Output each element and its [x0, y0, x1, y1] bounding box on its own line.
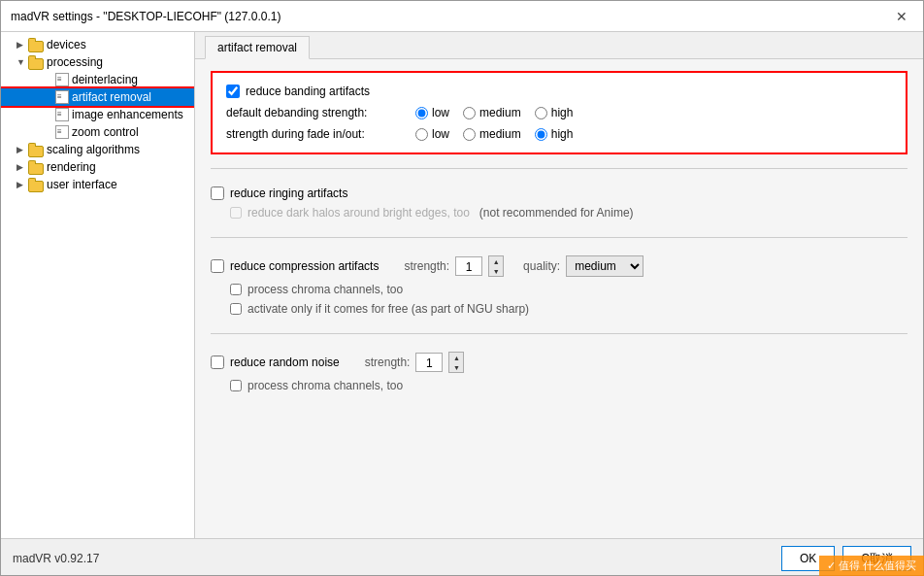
titlebar: madVR settings - "DESKTOP-LIECOHF" (127.… — [1, 1, 923, 32]
fade-medium-radio[interactable] — [463, 128, 476, 141]
activate-ngu-text: activate only if it comes for free (as p… — [248, 302, 529, 316]
reduce-compression-label[interactable]: reduce compression artifacts — [211, 259, 379, 273]
dark-halos-checkbox[interactable] — [230, 207, 242, 219]
fade-low-label[interactable]: low — [415, 127, 449, 141]
fade-high-radio[interactable] — [535, 128, 547, 141]
sidebar-item-devices[interactable]: devices — [1, 36, 194, 53]
reduce-noise-text: reduce random noise — [230, 356, 340, 369]
sidebar: devices processing deinterlacing artifac… — [1, 32, 195, 538]
reduce-banding-text: reduce banding artifacts — [246, 85, 370, 98]
reduce-ringing-row: reduce ringing artifacts — [211, 186, 908, 200]
fade-medium-label[interactable]: medium — [463, 127, 521, 141]
dark-halos-text: reduce dark halos around bright edges, t… — [248, 206, 470, 220]
debanding-strength-row: default debanding strength: low medium — [226, 106, 892, 119]
folder-icon — [28, 178, 44, 191]
process-chroma-compression-text: process chroma channels, too — [248, 283, 403, 296]
debanding-label: default debanding strength: — [226, 106, 415, 119]
version-label: madVR v0.92.17 — [13, 552, 99, 565]
noise-strength-spinner[interactable]: ▲ ▼ — [448, 352, 464, 373]
reduce-ringing-checkbox[interactable] — [211, 186, 224, 200]
sidebar-item-label: user interface — [47, 178, 117, 191]
banding-section: reduce banding artifacts default debandi… — [211, 71, 908, 154]
debanding-radio-group: low medium high — [415, 106, 573, 119]
reduce-banding-checkbox[interactable] — [226, 85, 240, 98]
reduce-banding-row: reduce banding artifacts — [226, 85, 892, 98]
doc-icon — [55, 90, 69, 104]
process-chroma-noise-text: process chroma channels, too — [248, 379, 403, 392]
debanding-medium-text: medium — [479, 106, 521, 119]
sidebar-item-artifact-removal[interactable]: artifact removal — [1, 88, 194, 106]
watermark: ✓ 值得 什么值得买 — [819, 556, 924, 576]
spin-down-icon[interactable]: ▼ — [449, 362, 463, 372]
debanding-high-label[interactable]: high — [535, 106, 574, 119]
fade-medium-text: medium — [479, 127, 521, 141]
sidebar-item-user-interface[interactable]: user interface — [1, 176, 194, 193]
noise-strength-label: strength: — [365, 356, 411, 369]
activate-ngu-row: activate only if it comes for free (as p… — [211, 302, 908, 316]
debanding-high-text: high — [551, 106, 574, 119]
compression-strength-label: strength: — [404, 259, 449, 273]
reduce-noise-row: reduce random noise strength: 1 ▲ ▼ — [211, 352, 908, 373]
reduce-ringing-text: reduce ringing artifacts — [230, 186, 347, 200]
sidebar-item-image-enhancements[interactable]: image enhancements — [1, 106, 194, 123]
ringing-section: reduce ringing artifacts reduce dark hal… — [211, 179, 908, 227]
reduce-noise-label[interactable]: reduce random noise — [211, 356, 340, 369]
content-panel: artifact removal reduce banding artifact… — [195, 32, 923, 538]
debanding-low-radio[interactable] — [415, 107, 428, 119]
spin-up-icon[interactable]: ▲ — [449, 353, 463, 362]
fade-label: strength during fade in/out: — [226, 127, 415, 141]
main-layout: devices processing deinterlacing artifac… — [1, 32, 923, 538]
sidebar-item-label: artifact removal — [72, 90, 151, 104]
divider-2 — [211, 237, 908, 238]
settings-panel: reduce banding artifacts default debandi… — [195, 59, 923, 538]
fade-strength-row: strength during fade in/out: low medium — [226, 127, 892, 141]
debanding-high-radio[interactable] — [535, 107, 547, 119]
debanding-medium-radio[interactable] — [463, 107, 476, 119]
close-button[interactable]: ✕ — [890, 9, 913, 24]
process-chroma-compression-checkbox[interactable] — [230, 284, 242, 295]
reduce-noise-checkbox[interactable] — [211, 356, 224, 369]
process-chroma-noise-checkbox[interactable] — [230, 380, 242, 391]
noise-section: reduce random noise strength: 1 ▲ ▼ proc… — [211, 344, 908, 400]
sidebar-item-scaling-algorithms[interactable]: scaling algorithms — [1, 141, 194, 158]
window-title: madVR settings - "DESKTOP-LIECOHF" (127.… — [11, 10, 280, 23]
process-chroma-noise-row: process chroma channels, too — [211, 379, 908, 392]
divider-1 — [211, 168, 908, 169]
chevron-icon — [16, 40, 26, 50]
compression-quality-select[interactable]: low medium high — [566, 255, 644, 277]
chevron-icon — [16, 162, 26, 172]
fade-low-radio[interactable] — [415, 128, 428, 141]
debanding-medium-label[interactable]: medium — [463, 106, 521, 119]
chevron-icon — [16, 57, 26, 67]
process-chroma-compression-row: process chroma channels, too — [211, 283, 908, 296]
bottom-bar: madVR v0.92.17 OK C取消 — [1, 538, 923, 576]
debanding-low-label[interactable]: low — [415, 106, 449, 119]
folder-icon — [28, 160, 44, 174]
sidebar-item-zoom-control[interactable]: zoom control — [1, 123, 194, 141]
compression-strength-spinner[interactable]: ▲ ▼ — [488, 255, 504, 277]
folder-icon — [28, 143, 44, 156]
divider-3 — [211, 333, 908, 334]
doc-icon — [55, 73, 69, 86]
sidebar-item-label: zoom control — [72, 125, 139, 139]
fade-radio-group: low medium high — [415, 127, 573, 141]
sidebar-item-processing[interactable]: processing — [1, 53, 194, 71]
sidebar-item-label: rendering — [47, 160, 96, 174]
compression-section: reduce compression artifacts strength: 1… — [211, 248, 908, 323]
fade-low-text: low — [432, 127, 449, 141]
chevron-icon — [16, 180, 26, 189]
sidebar-item-deinterlacing[interactable]: deinterlacing — [1, 71, 194, 88]
chevron-icon — [16, 145, 26, 154]
sidebar-item-label: devices — [47, 38, 86, 51]
spin-down-icon[interactable]: ▼ — [489, 266, 503, 276]
activate-ngu-checkbox[interactable] — [230, 303, 242, 315]
fade-high-label[interactable]: high — [535, 127, 574, 141]
reduce-ringing-label[interactable]: reduce ringing artifacts — [211, 186, 347, 200]
reduce-banding-label[interactable]: reduce banding artifacts — [226, 85, 370, 98]
compression-strength-value: 1 — [455, 256, 482, 276]
tab-artifact-removal[interactable]: artifact removal — [205, 36, 310, 59]
reduce-compression-text: reduce compression artifacts — [230, 259, 379, 273]
reduce-compression-checkbox[interactable] — [211, 259, 224, 273]
spin-up-icon[interactable]: ▲ — [489, 256, 503, 266]
sidebar-item-rendering[interactable]: rendering — [1, 158, 194, 176]
